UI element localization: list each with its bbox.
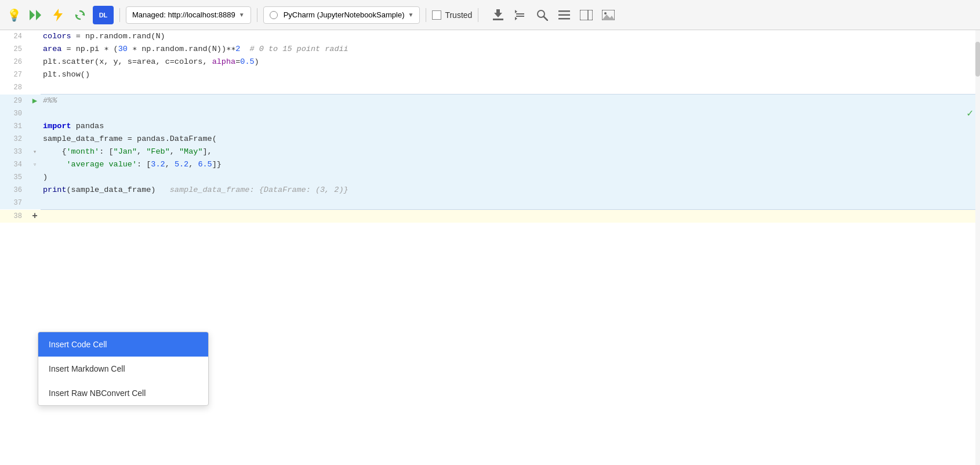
line-num-29: 29 <box>0 95 29 107</box>
code-line-38: 38 + <box>0 210 980 223</box>
kernel-arrow-icon: ▼ <box>408 12 414 18</box>
svg-marker-20 <box>602 14 615 20</box>
separator-3 <box>426 8 426 22</box>
context-menu: Insert Code Cell Insert Markdown Cell In… <box>38 332 209 406</box>
add-cell-button[interactable]: + <box>29 210 41 223</box>
separator-2 <box>257 8 257 22</box>
cursor-edit-icon[interactable] <box>511 6 529 24</box>
svg-marker-0 <box>30 10 35 20</box>
run-all-icon[interactable] <box>27 6 45 24</box>
lightning-icon[interactable] <box>49 6 67 24</box>
line-num-37: 37 <box>0 197 29 209</box>
line-num-38: 38 <box>0 210 29 223</box>
svg-marker-2 <box>53 9 63 21</box>
editor-area: 24 colors = np.random.rand(N) 25 area = … <box>0 30 980 465</box>
code-line-29: 29 ▶ #%% ✓ <box>0 95 980 107</box>
line-num-28: 28 <box>0 81 29 94</box>
code-line-26: 26 plt.scatter(x, y, s=area, c=colors, a… <box>0 56 980 68</box>
line-num-30: 30 <box>0 107 29 120</box>
code-line-27: 27 plt.show() <box>0 68 980 81</box>
line-content-26[interactable]: plt.scatter(x, y, s=area, c=colors, alph… <box>41 56 980 68</box>
svg-marker-6 <box>494 9 502 17</box>
line-num-26: 26 <box>0 56 29 68</box>
line-num-32: 32 <box>0 133 29 146</box>
scrollbar-thumb[interactable] <box>975 42 980 77</box>
managed-server-label: Managed: http://localhost:8889 <box>132 10 235 19</box>
separator-4 <box>478 8 478 22</box>
svg-rect-16 <box>580 10 593 20</box>
line-num-24: 24 <box>0 30 29 43</box>
reload-icon[interactable] <box>71 6 89 24</box>
svg-marker-10 <box>515 17 517 20</box>
run-button-29[interactable]: ▶ <box>29 95 41 107</box>
line-num-35: 35 <box>0 171 29 184</box>
code-line-30: 30 <box>0 107 980 120</box>
kernel-label: PyCharm (JupyterNotebookSample) <box>284 10 405 19</box>
trusted-text: Trusted <box>445 10 472 20</box>
svg-rect-14 <box>558 14 570 16</box>
svg-line-12 <box>544 17 547 20</box>
svg-rect-15 <box>558 18 570 20</box>
toolbar: 💡 DL Managed: http://localhost:8889 ▼ Py… <box>0 0 980 30</box>
line-num-31: 31 <box>0 120 29 133</box>
svg-point-19 <box>604 12 607 14</box>
svg-marker-9 <box>515 10 517 13</box>
scrollbar[interactable] <box>975 30 980 465</box>
code-line-31: 31 import pandas <box>0 120 980 133</box>
line-content-32[interactable]: sample_data_frame = pandas.DataFrame( <box>41 133 980 146</box>
line-content-27[interactable]: plt.show() <box>41 68 980 81</box>
code-line-36: 36 print(sample_data_frame) sample_data_… <box>0 184 980 197</box>
separator-1 <box>119 8 120 22</box>
code-line-28: 28 <box>0 81 980 94</box>
line-content-33[interactable]: {'month': ["Jan", "Feb", "May"], <box>41 146 980 158</box>
line-num-33: 33 <box>0 146 29 158</box>
code-line-32: 32 sample_data_frame = pandas.DataFrame( <box>0 133 980 146</box>
code-line-24: 24 colors = np.random.rand(N) <box>0 30 980 43</box>
line-num-34: 34 <box>0 158 29 171</box>
line-content-34[interactable]: 'average value': [3.2, 5.2, 6.5]} <box>41 158 980 171</box>
trusted-checkbox[interactable] <box>432 10 441 20</box>
line-content-24[interactable]: colors = np.random.rand(N) <box>41 30 980 43</box>
download-icon[interactable] <box>489 6 507 24</box>
code-line-33: 33 ▾ {'month': ["Jan", "Feb", "May"], <box>0 146 980 158</box>
fold-34[interactable]: ▿ <box>29 158 41 171</box>
code-line-37: 37 <box>0 197 980 209</box>
line-content-31[interactable]: import pandas <box>41 120 980 133</box>
line-content-35[interactable]: ) <box>41 171 980 184</box>
hamburger-menu-icon[interactable] <box>555 6 574 24</box>
menu-item-insert-code[interactable]: Insert Code Cell <box>38 332 208 357</box>
line-num-25: 25 <box>0 43 29 56</box>
managed-server-dropdown[interactable]: Managed: http://localhost:8889 ▼ <box>126 6 251 24</box>
fold-33[interactable]: ▾ <box>29 146 41 158</box>
code-area[interactable]: 24 colors = np.random.rand(N) 25 area = … <box>0 30 980 465</box>
checkmark-icon: ✓ <box>967 107 973 121</box>
code-line-25: 25 area = np.pi ∗ (30 ∗ np.random.rand(N… <box>0 43 980 56</box>
line-content-25[interactable]: area = np.pi ∗ (30 ∗ np.random.rand(N))∗… <box>41 43 980 56</box>
menu-item-insert-markdown[interactable]: Insert Markdown Cell <box>38 357 208 381</box>
line-num-36: 36 <box>0 184 29 197</box>
managed-arrow-icon: ▼ <box>239 12 245 18</box>
image-view-icon[interactable] <box>599 6 618 24</box>
datalore-icon[interactable]: DL <box>93 6 114 24</box>
code-line-34: 34 ▿ 'average value': [3.2, 5.2, 6.5]} <box>0 158 980 171</box>
toolbar-right-icons <box>489 6 618 24</box>
line-num-27: 27 <box>0 68 29 81</box>
menu-item-insert-raw[interactable]: Insert Raw NBConvert Cell <box>38 381 208 405</box>
line-content-36[interactable]: print(sample_data_frame) sample_data_fra… <box>41 184 980 197</box>
kernel-dropdown[interactable]: PyCharm (JupyterNotebookSample) ▼ <box>263 6 420 24</box>
line-content-29[interactable]: #%% <box>41 95 980 107</box>
light-bulb-icon[interactable]: 💡 <box>5 6 23 24</box>
side-panel-icon[interactable] <box>577 6 596 24</box>
code-line-35: 35 ) <box>0 171 980 184</box>
svg-rect-13 <box>558 10 570 12</box>
svg-rect-8 <box>516 16 524 17</box>
svg-marker-1 <box>36 10 41 20</box>
lens-icon[interactable] <box>533 6 551 24</box>
kernel-status-icon <box>270 11 278 19</box>
svg-rect-7 <box>516 13 524 14</box>
svg-rect-5 <box>493 19 503 20</box>
trusted-section: Trusted <box>432 10 472 20</box>
